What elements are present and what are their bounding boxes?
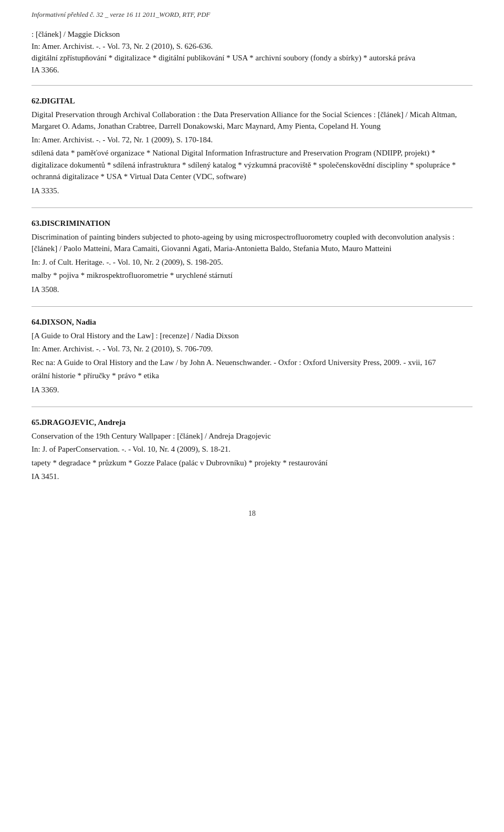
entry-keywords-64: orální historie * příručky * právo * eti… xyxy=(32,370,472,382)
entry-title-65: Conservation of the 19th Century Wallpap… xyxy=(32,430,472,442)
entry-source-64: In: Amer. Archivist. -. - Vol. 73, Nr. 2… xyxy=(32,343,472,355)
entry-keywords-62: sdílená data * paměťové organizace * Nat… xyxy=(32,147,472,183)
entry-title-64: [A Guide to Oral History and the Law] : … xyxy=(32,330,472,342)
entry-63: 63.DISCRIMINATIONDiscrimination of paint… xyxy=(32,217,472,307)
entry-section-63: 63.DISCRIMINATION xyxy=(32,217,472,230)
entry-title-62: Digital Preservation through Archival Co… xyxy=(32,109,472,132)
entry-62: 62.DIGITALDigital Preservation through A… xyxy=(32,95,472,208)
page-header: Informativní přehled č. 32 _ verze 16 11… xyxy=(32,11,472,19)
intro-line1: : [článek] / Maggie Dickson xyxy=(32,28,472,40)
entry-keywords-65: tapety * degradace * průzkum * Gozze Pal… xyxy=(32,457,472,469)
entry-source-65: In: J. of PaperConservation. -. - Vol. 1… xyxy=(32,443,472,455)
entry-64: 64.DIXSON, Nadia[A Guide to Oral History… xyxy=(32,316,472,407)
entry-65: 65.DRAGOJEVIC, AndrejaConservation of th… xyxy=(32,417,472,494)
entry-ia-64: IA 3369. xyxy=(32,384,472,396)
entry-extra-64: Rec na: A Guide to Oral History and the … xyxy=(32,357,472,369)
entry-section-64: 64.DIXSON, Nadia xyxy=(32,316,472,328)
entry-ia-62: IA 3335. xyxy=(32,185,472,197)
entry-section-65: 65.DRAGOJEVIC, Andreja xyxy=(32,417,472,429)
intro-ia: IA 3366. xyxy=(32,64,472,76)
entry-ia-63: IA 3508. xyxy=(32,284,472,296)
entry-title-63: Discrimination of painting binders subje… xyxy=(32,231,472,255)
intro-line3: digitální zpřístupňování * digitalizace … xyxy=(32,52,472,64)
entry-keywords-63: malby * pojiva * mikrospektrofluorometri… xyxy=(32,269,472,282)
page-footer: 18 xyxy=(32,509,472,518)
intro-line2: In: Amer. Archivist. -. - Vol. 73, Nr. 2… xyxy=(32,40,472,53)
entry-source-63: In: J. of Cult. Heritage. -. - Vol. 10, … xyxy=(32,256,472,268)
entries-container: 62.DIGITALDigital Preservation through A… xyxy=(32,95,472,494)
entry-ia-65: IA 3451. xyxy=(32,471,472,483)
entry-source-62: In: Amer. Archivist. -. - Vol. 72, Nr. 1… xyxy=(32,134,472,146)
page-number: 18 xyxy=(248,509,256,517)
entry-section-62: 62.DIGITAL xyxy=(32,95,472,107)
intro-block: : [článek] / Maggie Dickson In: Amer. Ar… xyxy=(32,28,472,86)
